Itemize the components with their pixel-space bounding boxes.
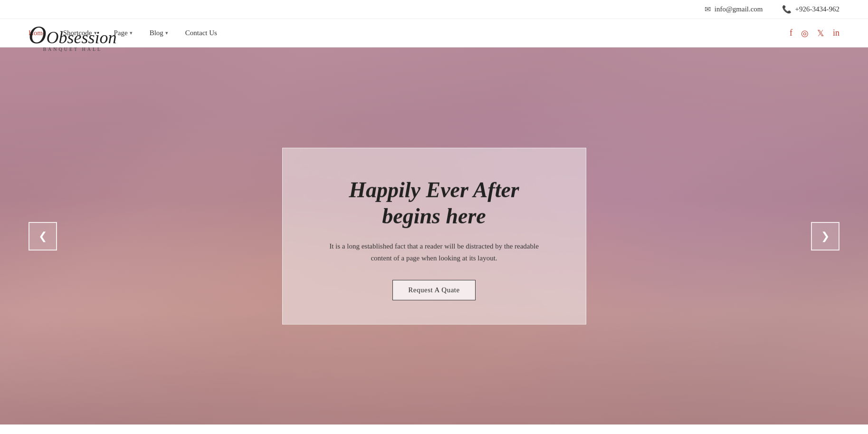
nav-item-blog[interactable]: Blog ▾ <box>150 29 168 37</box>
next-slide-button[interactable]: ❯ <box>811 222 839 251</box>
linkedin-icon[interactable]: in <box>833 28 839 38</box>
logo-O: O <box>29 21 47 48</box>
prev-arrow-icon: ❮ <box>38 230 47 242</box>
twitter-icon[interactable]: 𝕏 <box>817 28 824 39</box>
hero-content-box: Happily Ever After begins here It is a l… <box>282 147 586 324</box>
blog-chevron-icon: ▾ <box>165 30 168 36</box>
nav-blog-link[interactable]: Blog ▾ <box>150 29 168 37</box>
email-contact: ✉ info@gmail.com <box>705 5 763 14</box>
logo-brand: Obsession <box>47 28 117 47</box>
phone-icon: 📞 <box>782 5 792 14</box>
nav-wrapper: OObsession Banquet Hall Home Shortcode ▾… <box>0 19 868 48</box>
prev-slide-button[interactable]: ❮ <box>29 222 57 251</box>
hero-title: Happily Ever After begins here <box>321 176 548 229</box>
instagram-icon[interactable]: ◎ <box>801 28 809 39</box>
top-bar: ✉ info@gmail.com 📞 +926-3434-962 <box>0 0 868 19</box>
email-text: info@gmail.com <box>715 5 763 13</box>
nav-contact-link[interactable]: Contact Us <box>185 29 217 37</box>
email-icon: ✉ <box>705 5 711 14</box>
phone-contact: 📞 +926-3434-962 <box>782 5 839 14</box>
nav-item-contact[interactable]: Contact Us <box>185 29 217 37</box>
hero-section: ❮ ❯ Happily Ever After begins here It is… <box>0 48 868 424</box>
logo-text: OObsession <box>29 23 117 48</box>
nav-social: f ◎ 𝕏 in <box>790 28 839 39</box>
next-arrow-icon: ❯ <box>821 230 830 242</box>
facebook-icon[interactable]: f <box>790 28 792 38</box>
phone-text: +926-3434-962 <box>795 5 839 13</box>
request-quote-button[interactable]: Request A Quate <box>392 280 475 300</box>
logo[interactable]: OObsession Banquet Hall <box>29 23 117 52</box>
hero-subtitle: It is a long established fact that a rea… <box>321 241 548 265</box>
page-chevron-icon: ▾ <box>130 30 133 36</box>
navigation: Home Shortcode ▾ Page ▾ Blog ▾ <box>0 19 868 48</box>
